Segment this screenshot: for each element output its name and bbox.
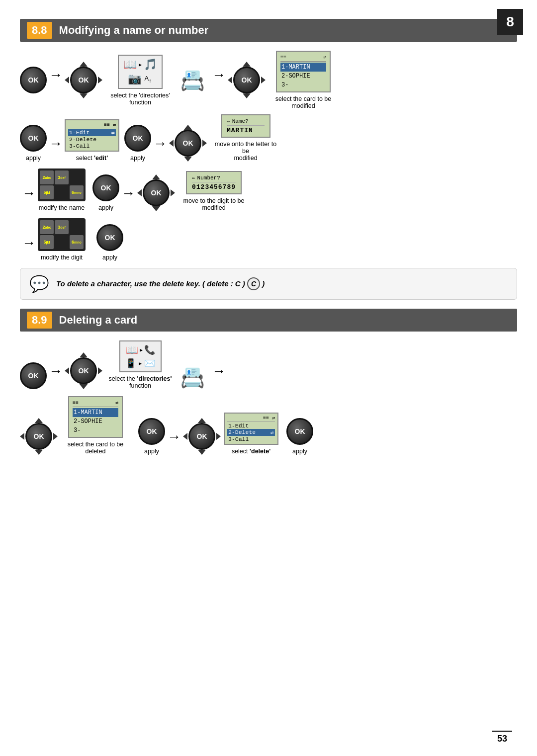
arrow-2: → (212, 67, 226, 83)
phonebook-89: 📖 ▸ 📞 📱 ▸ ✉️ select the 'directories' fu… (105, 340, 175, 389)
ok-button-89-6[interactable]: OK (286, 418, 313, 445)
step-ok-nav-89-card: OK (20, 418, 58, 455)
arrow-3: → (49, 136, 63, 152)
lcd-card-list-1: ≡≡ ⇌ 1-MARTIN 2-SOPHIE 3- select the car… (268, 51, 338, 109)
note-text: To delete a character, use the delete ke… (56, 277, 265, 290)
ok-button-1[interactable]: OK (20, 67, 47, 93)
arrow-89-3: → (167, 429, 181, 445)
page-number-bottom: 53 (492, 731, 512, 744)
caption-move-letter: move onto the letter to bemodified (211, 141, 280, 162)
step-keypad-2: 2abc 3def 5jkl 6mno modify the digit (38, 218, 86, 261)
arrow-89-1: → (49, 363, 63, 379)
ok-button-5[interactable]: OK (124, 125, 151, 152)
step-number-lcd: ✏️ Number? 0123456789 move to the digit … (179, 171, 249, 211)
caption-apply-3: apply (98, 204, 113, 211)
step-lcd-delete-89: ≡≡ ⇌ 1-Edit 2-Delete ⇌ 3-Call select 'de… (224, 413, 278, 455)
step-ok-apply-89-1: OK apply (138, 418, 165, 455)
cards-1: 📇 (180, 69, 205, 92)
caption-select-dirs-1: select the 'directories' function (105, 92, 175, 106)
step-ok-apply-2: OK apply (124, 125, 151, 162)
section88-row4: → 2abc 3def 5jkl 6mno modify the digit O… (20, 218, 517, 261)
page-corner-number: 8 (497, 9, 523, 35)
ok-button-4[interactable]: OK (20, 125, 47, 152)
section89-row1: OK → OK 📖 ▸ (20, 340, 517, 389)
caption-select-dirs-89: select the 'directories' function (105, 375, 175, 389)
arrow-7: → (22, 235, 36, 251)
arrow-4: → (153, 136, 167, 152)
note-icon: 💬 (29, 274, 49, 293)
section88-row3: → 2abc 3def 5jkl 6mno modify the name OK… (20, 168, 517, 211)
step-ok-89-1: OK (20, 362, 47, 389)
section-89-title: Deleting a card (59, 314, 138, 327)
step-name-lcd: ✏️ Name? MARTIN move onto the letter to … (211, 114, 280, 162)
ok-button-89-4[interactable]: OK (138, 418, 165, 445)
arrow-5: → (22, 185, 36, 201)
caption-apply-1: apply (26, 155, 41, 162)
section88-row1: OK → OK 📖 (20, 51, 517, 109)
section88-row2: OK apply → ≡≡ ⇌ 1-Edit ⇌ 2-Delete 3-Call… (20, 114, 517, 162)
caption-apply-89-2: apply (292, 448, 307, 455)
ok-button-89-3[interactable]: OK (25, 423, 52, 450)
ok-button-3[interactable]: OK (233, 67, 260, 93)
arrow-1: → (49, 67, 63, 83)
ok-button-7[interactable]: OK (92, 174, 119, 201)
step-ok-apply-1: OK apply (20, 125, 47, 162)
caption-select-card-1: select the card to be modified (268, 95, 338, 109)
caption-modify-name: modify the name (39, 204, 85, 211)
phonebook-step-1: 📖 ▸ 🎵 📷 A↑ select the 'directories' func… (105, 55, 175, 106)
section89-row2: OK ≡≡ ⇌ 1-MARTIN 2-SOPHIE 3- select the (20, 396, 517, 455)
caption-move-digit: move to the digit to be modified (179, 197, 249, 211)
ok-button-2[interactable]: OK (70, 67, 97, 93)
step-ok-1: OK (20, 67, 47, 93)
note-box: 💬 To delete a character, use the delete … (20, 268, 517, 300)
section-89-number: 8.9 (27, 312, 52, 329)
step-keypad-1: 2abc 3def 5jkl 6mno modify the name (38, 168, 86, 211)
ok-button-89-1[interactable]: OK (20, 362, 47, 389)
caption-select-card-89: select the card to be deleted (61, 441, 130, 455)
step-ok-apply-3: OK apply (92, 174, 119, 211)
step-ok-nav-name: OK (169, 125, 207, 162)
ok-button-8[interactable]: OK (143, 179, 170, 206)
delete-key-symbol: C (247, 277, 260, 290)
cards-89: 📇 (180, 366, 205, 389)
caption-apply-2: apply (130, 155, 145, 162)
ok-button-9[interactable]: OK (96, 224, 123, 251)
caption-modify-digit: modify the digit (41, 254, 83, 261)
step-ok-apply-89-2: OK apply (286, 418, 313, 455)
step-ok-apply-4: OK apply (96, 224, 123, 261)
caption-select-delete-89: select 'delete' (232, 448, 270, 455)
section-88-header: 8.8 Modifying a name or number (20, 19, 517, 42)
section-89-header: 8.9 Deleting a card (20, 309, 517, 332)
arrow-6: → (121, 185, 135, 201)
step-ok-nav-1: OK (65, 62, 102, 98)
caption-apply-89-1: apply (144, 448, 159, 455)
ok-button-89-2[interactable]: OK (70, 357, 97, 384)
step-edit-menu: ≡≡ ⇌ 1-Edit ⇌ 2-Delete 3-Call select 'ed… (65, 119, 119, 162)
ok-button-89-5[interactable]: OK (188, 423, 215, 450)
step-ok-nav-89-1: OK (65, 352, 102, 389)
step-ok-nav-3: OK (137, 174, 175, 211)
ok-button-6[interactable]: OK (175, 130, 201, 157)
section-88-title: Modifying a name or number (59, 24, 209, 37)
arrow-89-2: → (212, 363, 226, 379)
caption-select-edit: select 'edit' (76, 155, 108, 162)
section-88-number: 8.8 (27, 22, 52, 39)
step-lcd-card-89: ≡≡ ⇌ 1-MARTIN 2-SOPHIE 3- select the car… (61, 396, 130, 455)
step-ok-nav-2: OK (228, 62, 266, 98)
caption-apply-4: apply (102, 254, 117, 261)
step-ok-nav-89-del: OK (183, 418, 221, 455)
